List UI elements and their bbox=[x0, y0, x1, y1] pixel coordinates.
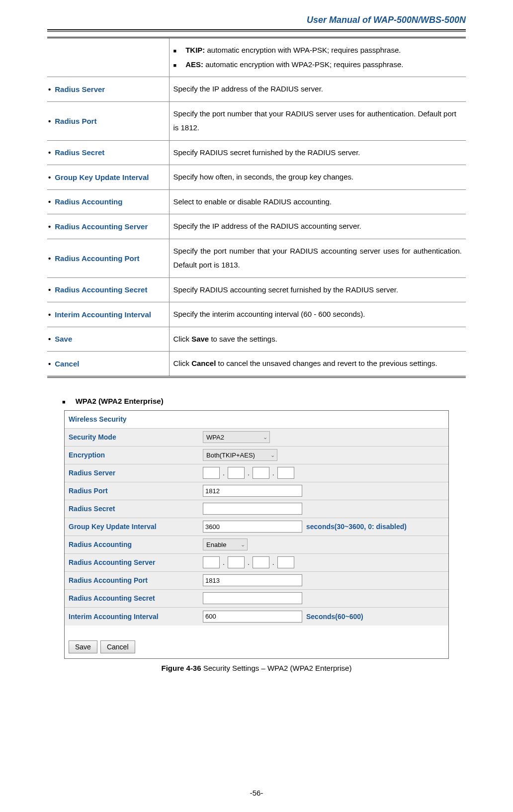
table-row: •Radius Accounting PortSpecify the port … bbox=[47, 239, 466, 277]
chevron-down-icon: ⌄ bbox=[241, 541, 245, 548]
page-number: -56- bbox=[47, 769, 466, 797]
table-row: •Radius PortSpecify the port number that… bbox=[47, 101, 466, 140]
table-row: •Group Key Update IntervalSpecify how of… bbox=[47, 165, 466, 190]
square-bullet-icon: ■ bbox=[62, 399, 66, 405]
radius-server-oct2[interactable] bbox=[228, 467, 245, 479]
radius-server-oct1[interactable] bbox=[203, 467, 220, 479]
encryption-select[interactable]: Both(TKIP+AES)⌄ bbox=[203, 449, 277, 461]
doc-header: User Manual of WAP-500N/WBS-500N bbox=[47, 15, 466, 30]
interim-input[interactable] bbox=[203, 611, 302, 623]
radius-secret-input[interactable] bbox=[203, 503, 302, 515]
security-mode-select[interactable]: WPA2⌄ bbox=[203, 431, 270, 443]
ss-label: Radius Server bbox=[69, 469, 203, 477]
table-row: •Interim Accounting IntervalSpecify the … bbox=[47, 302, 466, 327]
table-row: •SaveClick Save to save the settings. bbox=[47, 327, 466, 352]
square-bullet-icon: ■ bbox=[173, 48, 177, 54]
chevron-down-icon: ⌄ bbox=[270, 452, 275, 458]
ss-label: Encryption bbox=[69, 451, 203, 459]
gkui-hint: seconds(30~3600, 0: disabled) bbox=[306, 523, 407, 531]
ss-label: Radius Port bbox=[69, 487, 203, 495]
tkip-line: ■TKIP: automatic encryption with WPA-PSK… bbox=[173, 43, 462, 58]
radius-server-oct3[interactable] bbox=[253, 467, 269, 479]
interim-hint: Seconds(60~600) bbox=[306, 613, 363, 621]
save-button[interactable]: Save bbox=[69, 640, 97, 653]
radius-acct-server-oct2[interactable] bbox=[228, 556, 245, 568]
radius-acct-port-input[interactable] bbox=[203, 574, 302, 586]
ss-label: Group Key Update Interval bbox=[69, 523, 203, 531]
table-row: •Radius Accounting SecretSpecify RADIUS … bbox=[47, 277, 466, 302]
radius-acct-secret-input[interactable] bbox=[203, 592, 302, 604]
ss-label: Radius Accounting Secret bbox=[69, 594, 203, 602]
ss-label: Radius Secret bbox=[69, 505, 203, 513]
aes-line: ■AES: automatic encryption with WPA2-PSK… bbox=[173, 58, 462, 72]
radius-acct-server-oct4[interactable] bbox=[277, 556, 294, 568]
section-heading: ■WPA2 (WPA2 Enterprise) bbox=[62, 397, 466, 405]
table-row: •Radius ServerSpecify the IP address of … bbox=[47, 77, 466, 102]
ss-label: Radius Accounting bbox=[69, 541, 203, 548]
ss-title: Wireless Security bbox=[65, 411, 448, 429]
chevron-down-icon: ⌄ bbox=[263, 434, 267, 441]
ss-label: Radius Accounting Port bbox=[69, 576, 203, 584]
ss-label: Security Mode bbox=[69, 433, 203, 441]
ss-label: Radius Accounting Server bbox=[69, 558, 203, 566]
cancel-button[interactable]: Cancel bbox=[100, 640, 135, 653]
table-row: •CancelClick Cancel to cancel the unsave… bbox=[47, 352, 466, 376]
square-bullet-icon: ■ bbox=[173, 62, 177, 68]
radius-server-oct4[interactable] bbox=[277, 467, 294, 479]
figure-caption: Figure 4-36 Security Settings – WPA2 (WP… bbox=[47, 664, 466, 672]
radius-port-input[interactable] bbox=[203, 485, 302, 497]
table-row: •Radius Accounting ServerSpecify the IP … bbox=[47, 214, 466, 239]
ss-label: Interim Accounting Interval bbox=[69, 613, 203, 621]
table-row: •Radius SecretSpecify RADIUS secret furn… bbox=[47, 140, 466, 165]
parameters-table: ■TKIP: automatic encryption with WPA-PSK… bbox=[47, 37, 466, 376]
table-row: •Radius AccountingSelect to enable or di… bbox=[47, 189, 466, 214]
radius-acct-server-oct3[interactable] bbox=[253, 556, 269, 568]
radius-accounting-select[interactable]: Enable⌄ bbox=[203, 539, 248, 550]
config-screenshot: Wireless Security Security Mode WPA2⌄ En… bbox=[64, 410, 449, 659]
radius-acct-server-oct1[interactable] bbox=[203, 556, 220, 568]
gkui-input[interactable] bbox=[203, 521, 302, 533]
